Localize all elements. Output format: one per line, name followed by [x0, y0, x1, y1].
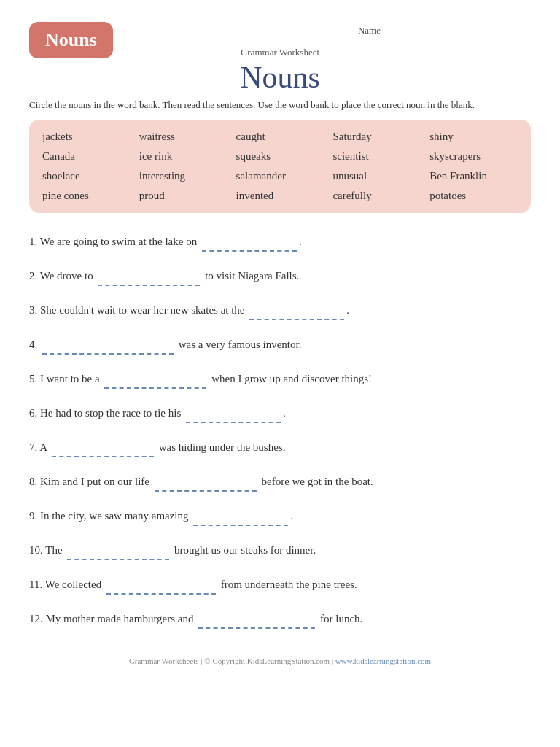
- sentence-number: 11.: [29, 578, 42, 590]
- word-item: caught: [235, 128, 326, 145]
- sentence-number: 9.: [29, 510, 37, 522]
- sentence-number: 5.: [29, 373, 37, 384]
- sentence-7: 7. A was hiding under the bushes.: [29, 436, 531, 457]
- blank-9[interactable]: [193, 505, 288, 526]
- blank-12[interactable]: [198, 608, 315, 629]
- sentence-number: 1.: [29, 236, 37, 247]
- word-item: skyscrapers: [428, 148, 519, 165]
- blank-5[interactable]: [104, 368, 206, 389]
- sentence-number: 12.: [29, 613, 43, 624]
- blank-8[interactable]: [155, 471, 257, 492]
- word-item: salamander: [235, 168, 326, 185]
- sentence-11: 11. We collected from underneath the pin…: [29, 573, 531, 595]
- word-item: scientist: [331, 148, 422, 165]
- sentence-8: 8. Kim and I put on our life before we g…: [29, 471, 531, 492]
- sentence-number: 6.: [29, 407, 37, 419]
- sentence-9: 9. In the city, we saw many amazing .: [29, 505, 531, 526]
- sentence-number: 3.: [29, 304, 37, 316]
- word-item: unusual: [331, 168, 422, 185]
- blank-7[interactable]: [52, 436, 154, 457]
- footer: Grammar Worksheets | © Copyright KidsLea…: [29, 651, 531, 665]
- word-item: ice rink: [138, 148, 229, 165]
- sentence-3: 3. She couldn't wait to wear her new ska…: [29, 299, 531, 320]
- blank-4[interactable]: [42, 333, 174, 355]
- word-item: pine cones: [41, 187, 132, 204]
- sentence-number: 8.: [29, 476, 37, 487]
- blank-11[interactable]: [106, 573, 216, 595]
- word-item: jackets: [41, 128, 132, 145]
- word-item: invented: [235, 187, 326, 204]
- sentence-2: 2. We drove to to visit Niagara Falls.: [29, 265, 531, 286]
- sentence-5: 5. I want to be a when I grow up and dis…: [29, 368, 531, 389]
- sentence-number: 10.: [29, 544, 43, 556]
- name-field: Name: [358, 25, 531, 36]
- sentence-number: 4.: [29, 338, 37, 350]
- word-item: shiny: [428, 128, 519, 145]
- sentences-section: 1. We are going to swim at the lake on .…: [29, 231, 531, 629]
- instructions: Circle the nouns in the word bank. Then …: [29, 98, 531, 112]
- word-bank: jackets waitress caught Saturday shiny C…: [29, 120, 531, 213]
- word-item: potatoes: [428, 187, 519, 204]
- word-item: waitress: [138, 128, 229, 145]
- sentence-4: 4. was a very famous inventor.: [29, 333, 531, 355]
- word-bank-grid: jackets waitress caught Saturday shiny C…: [41, 128, 519, 204]
- blank-2[interactable]: [98, 265, 200, 286]
- word-item: Canada: [41, 148, 132, 165]
- sentence-1: 1. We are going to swim at the lake on .: [29, 231, 531, 252]
- word-item: carefully: [331, 187, 422, 204]
- blank-6[interactable]: [186, 402, 281, 423]
- sentence-10: 10. The brought us our steaks for dinner…: [29, 539, 531, 560]
- sentence-number: 7.: [29, 441, 37, 453]
- word-item: squeaks: [235, 148, 326, 165]
- word-item: Ben Franklin: [428, 168, 519, 185]
- nouns-badge: Nouns: [29, 15, 113, 58]
- word-item: interesting: [138, 168, 229, 185]
- blank-1[interactable]: [202, 231, 297, 252]
- main-title: Nouns: [29, 60, 531, 95]
- blank-3[interactable]: [249, 299, 344, 320]
- sentence-12: 12. My mother made hamburgers and for lu…: [29, 608, 531, 629]
- word-item: shoelace: [41, 168, 132, 185]
- footer-link[interactable]: www.kidslearningstation.com: [335, 657, 431, 665]
- word-item: Saturday: [331, 128, 422, 145]
- blank-10[interactable]: [67, 539, 169, 560]
- sentence-number: 2.: [29, 270, 37, 282]
- sentence-6: 6. He had to stop the race to tie his .: [29, 402, 531, 423]
- word-item: proud: [138, 187, 229, 204]
